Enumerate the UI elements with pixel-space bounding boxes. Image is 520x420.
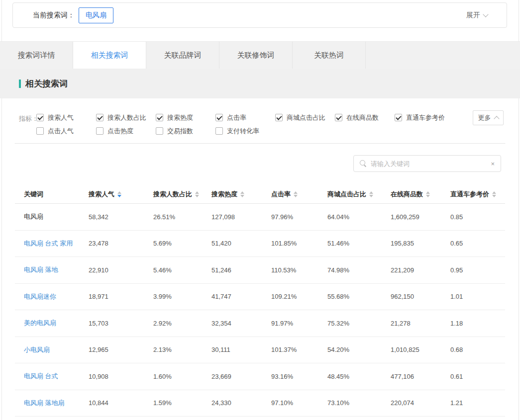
tab-search-term-detail[interactable]: 搜索词详情 xyxy=(0,42,73,69)
sort-icon[interactable] xyxy=(492,191,496,197)
checkbox-icon[interactable] xyxy=(96,114,104,121)
clear-icon[interactable]: × xyxy=(491,161,495,167)
cell: 2.92% xyxy=(153,320,211,327)
cell: 110.53% xyxy=(271,266,327,274)
tab-related-hot-terms[interactable]: 关联热词 xyxy=(293,42,366,69)
more-metrics-button[interactable]: 更多 xyxy=(473,110,504,125)
dotted-divider xyxy=(15,143,505,144)
cell: 5.69% xyxy=(153,240,211,247)
sort-icon[interactable] xyxy=(117,191,121,197)
keyword-link[interactable]: 电风扇 台式 家用 xyxy=(24,239,89,248)
keyword-link[interactable]: 电风扇 台式 xyxy=(24,372,89,381)
checkbox-icon[interactable] xyxy=(36,127,44,135)
checkbox-click-rate[interactable]: 点击率 xyxy=(215,113,275,122)
checkbox-icon[interactable] xyxy=(215,114,223,121)
cell: 21,278 xyxy=(391,320,450,327)
keyword-link[interactable]: 小电风扇 xyxy=(24,345,89,354)
cell: 51,420 xyxy=(211,240,271,247)
cell: 58,342 xyxy=(89,213,153,221)
keyword-link[interactable]: 美的电风扇 xyxy=(24,319,89,328)
cell: 1.01 xyxy=(450,293,505,300)
cell: 101.37% xyxy=(271,346,327,353)
tab-related-search-terms[interactable]: 相关搜索词 xyxy=(73,42,146,69)
checkbox-icon[interactable] xyxy=(215,127,223,135)
keyword-search-input[interactable] xyxy=(371,160,491,168)
checkbox-online-products[interactable]: 在线商品数 xyxy=(335,113,395,122)
cell: 3.99% xyxy=(153,293,211,300)
cell: 48.45% xyxy=(327,373,391,380)
tab-related-brand-terms[interactable]: 关联品牌词 xyxy=(146,42,219,69)
cell: 1.21 xyxy=(450,399,505,407)
expand-toggle[interactable]: 展开 xyxy=(466,11,488,20)
col-header-online-products[interactable]: 在线商品数 xyxy=(391,190,450,199)
table-row: 电风扇 58,342 26.51% 127,098 97.96% 64.04% … xyxy=(15,204,505,231)
checkbox-icon[interactable] xyxy=(96,127,104,135)
keyword-link[interactable]: 电风扇迷你 xyxy=(24,292,89,301)
col-header-ztc-reference-price[interactable]: 直通车参考价 xyxy=(450,190,505,199)
keyword-cell: 电风扇 xyxy=(24,212,89,221)
checkbox-label: 在线商品数 xyxy=(346,113,379,122)
checkbox-icon[interactable] xyxy=(36,114,44,121)
checkbox-searcher-share[interactable]: 搜索人数占比 xyxy=(96,113,156,122)
sort-icon[interactable] xyxy=(195,191,199,197)
table-header-row: 关键词 搜索人气 搜索人数占比 搜索热度 点击率 商城点击占比 在线商品数 直通… xyxy=(15,185,505,204)
checkbox-icon[interactable] xyxy=(395,114,402,121)
cell: 1.59% xyxy=(153,399,211,407)
checkbox-ztc-reference-price[interactable]: 直通车参考价 xyxy=(395,113,454,122)
cell: 109.21% xyxy=(271,293,327,300)
cell: 54.20% xyxy=(327,346,391,353)
section-title-band: 相关搜索词 xyxy=(0,69,520,98)
table-row: 电风扇 台式 10,908 1.60% 23,669 93.16% 48.45%… xyxy=(15,363,505,390)
checkbox-label: 搜索人数占比 xyxy=(107,113,146,122)
cell: 127,098 xyxy=(211,213,271,221)
checkbox-label: 点击人气 xyxy=(48,127,74,136)
sort-icon[interactable] xyxy=(240,191,244,197)
checkbox-click-popularity[interactable]: 点击人气 xyxy=(36,127,96,136)
col-header-mall-click-share[interactable]: 商城点击占比 xyxy=(327,190,391,199)
cell: 32,354 xyxy=(211,320,271,327)
sort-icon[interactable] xyxy=(369,191,373,197)
col-header-search-popularity[interactable]: 搜索人气 xyxy=(89,190,153,199)
checkbox-click-heat[interactable]: 点击热度 xyxy=(96,127,156,136)
cell: 74.98% xyxy=(327,266,391,274)
cell: 22,910 xyxy=(89,266,153,274)
search-term-tag[interactable]: 电风扇 xyxy=(79,7,113,23)
checkbox-icon[interactable] xyxy=(275,114,283,121)
checkbox-label: 点击热度 xyxy=(107,127,133,136)
checkbox-mall-click-share[interactable]: 商城点击占比 xyxy=(275,113,335,122)
col-header-searcher-share[interactable]: 搜索人数占比 xyxy=(153,190,211,199)
section-title-accent-bar xyxy=(19,80,21,88)
checkbox-search-popularity[interactable]: 搜索人气 xyxy=(36,113,96,122)
metric-filters: 搜索人气 搜索人数占比 搜索热度 点击率 商城点击占比 在线商品数 直通车参考价 xyxy=(36,111,454,138)
cell: 962,150 xyxy=(391,293,450,300)
checkbox-icon[interactable] xyxy=(156,114,163,121)
table-row: 电风扇迷你 18,971 3.99% 41,747 109.21% 55.68%… xyxy=(15,284,505,311)
cell: 26.51% xyxy=(153,213,211,221)
col-header-search-heat[interactable]: 搜索热度 xyxy=(211,190,271,199)
table-row: 电风扇 台式 家用 23,478 5.69% 51,420 101.85% 51… xyxy=(15,231,505,257)
checkbox-icon[interactable] xyxy=(156,127,163,135)
checkbox-transaction-index[interactable]: 交易指数 xyxy=(156,127,215,136)
cell: 0.61 xyxy=(450,373,505,380)
cell: 220,074 xyxy=(391,399,450,407)
cell: 0.65 xyxy=(450,240,505,247)
keyword-link[interactable]: 电风扇 落地扇 xyxy=(24,399,89,408)
col-header-click-rate[interactable]: 点击率 xyxy=(271,190,327,199)
table-row: 电风扇 落地扇 10,844 1.59% 24,330 97.10% 73.10… xyxy=(15,390,505,417)
checkbox-search-heat[interactable]: 搜索热度 xyxy=(156,113,215,122)
checkbox-payment-conversion[interactable]: 支付转化率 xyxy=(215,127,275,136)
col-header-keyword: 关键词 xyxy=(24,190,89,199)
checkbox-label: 直通车参考价 xyxy=(406,113,445,122)
keyword-search-box[interactable]: × xyxy=(353,155,501,172)
keyword-link[interactable]: 电风扇 落地 xyxy=(24,265,89,274)
section-title: 相关搜索词 xyxy=(25,78,68,89)
checkbox-icon[interactable] xyxy=(335,114,342,121)
cell: 91.97% xyxy=(271,320,327,327)
metric-filter-row-2: 点击人气 点击热度 交易指数 支付转化率 xyxy=(36,124,454,138)
cell: 23,478 xyxy=(89,240,153,247)
sort-icon[interactable] xyxy=(294,191,298,197)
cell: 0.95 xyxy=(450,266,505,274)
cell: 41,747 xyxy=(211,293,271,300)
tab-related-modifier-terms[interactable]: 关联修饰词 xyxy=(219,42,293,69)
sort-icon[interactable] xyxy=(426,191,430,197)
